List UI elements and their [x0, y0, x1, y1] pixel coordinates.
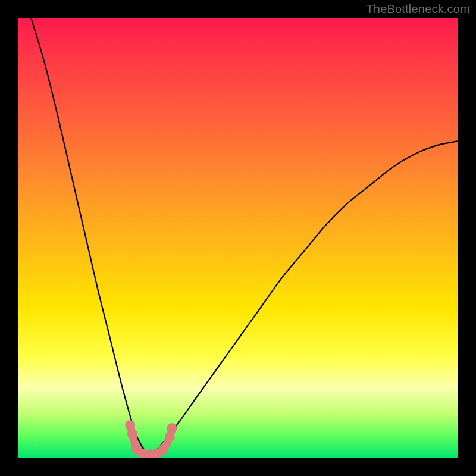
bottleneck-curve: [18, 18, 458, 458]
chart-area: [18, 18, 458, 458]
trough-dot: [125, 420, 135, 430]
curve-right-branch: [150, 141, 458, 458]
trough-dot: [167, 423, 177, 433]
trough-dot: [158, 444, 168, 455]
trough-dot: [165, 432, 175, 442]
attribution-text: TheBottleneck.com: [366, 2, 470, 16]
trough-dot: [127, 429, 137, 439]
curve-left-branch: [31, 18, 150, 458]
